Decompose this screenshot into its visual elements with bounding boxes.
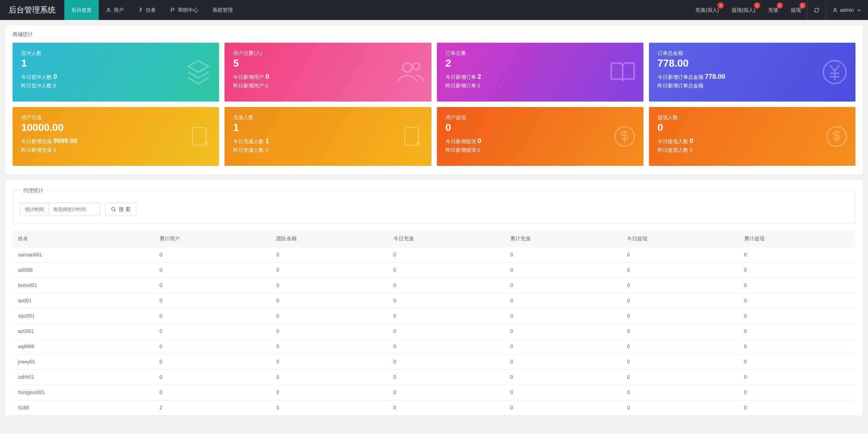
card-label: 用户提现 (446, 114, 635, 121)
table-cell: 2 (154, 400, 271, 416)
table-cell: 0 (388, 370, 505, 385)
nav-withdraw-fake[interactable]: 提现(假人) 2 (725, 0, 762, 20)
col-team-balance: 团队余额 (271, 231, 388, 247)
table-cell: az0001 (13, 324, 154, 339)
table-row: bohu001000000 (13, 278, 855, 293)
table-cell: 0 (505, 339, 622, 354)
nav-task[interactable]: 任务 (131, 0, 163, 20)
card-withdraw-people: 提现人数 0 今日提现人数0 昨日提现人数 0 (649, 107, 855, 166)
card-line-label: 昨日充值人数 (233, 147, 264, 153)
table-cell: 0 (271, 354, 388, 370)
table-cell: 0 (505, 293, 622, 309)
table-cell: 0 (739, 385, 855, 400)
search-button-label: 搜 索 (119, 206, 130, 213)
table-cell: 0 (271, 400, 388, 416)
search-button[interactable]: 搜 索 (105, 203, 136, 216)
table-cell: 0 (388, 278, 505, 293)
table-cell: 0 (739, 293, 855, 309)
card-line-today: 今日新增用户0 (233, 73, 422, 81)
table-cell: 0 (622, 400, 738, 416)
table-cell: 0 (505, 354, 622, 370)
table-cell: 0 (739, 324, 855, 339)
card-line-today: 今日充值人数1 (233, 137, 422, 145)
card-line-yesterday: 昨日新增充值 0 (21, 147, 210, 154)
nav-help[interactable]: 帮助中心 (163, 0, 205, 20)
table-cell: jneey01 (13, 354, 154, 370)
table-cell: 0 (154, 370, 271, 385)
table-cell: 0 (622, 263, 738, 278)
card-line-label: 今日新增订单 (446, 74, 476, 80)
layers-icon (185, 58, 212, 86)
filter-row: 统计时间 搜 索 (20, 203, 848, 216)
nav-withdraw[interactable]: 提现 0 (785, 0, 807, 20)
card-line-value: 9999.00 (53, 137, 77, 145)
chevron-down-icon (856, 7, 862, 13)
col-name: 姓名 (13, 231, 154, 247)
dollar-icon (613, 125, 636, 148)
card-user-withdraw: 用户提现 0 今日新增提现0 昨日新增提现 0 (437, 107, 643, 166)
users-icon (397, 58, 424, 86)
nav-admin-dropdown[interactable]: admin (826, 0, 868, 20)
book-icon (609, 58, 636, 86)
table-cell: 0 (388, 263, 505, 278)
svg-point-3 (402, 63, 411, 72)
stats-panel-title: 商城统计 (13, 31, 855, 38)
table-cell: 0 (388, 339, 505, 354)
nav-admin-label: admin (840, 7, 854, 13)
table-cell: 0 (622, 354, 738, 370)
card-line-today: 今日新增提现0 (446, 137, 635, 145)
nav-recharge[interactable]: 充值 2 (762, 0, 785, 20)
stats-time-input[interactable] (49, 203, 100, 216)
card-line-label: 今日新增订单总金额 (658, 74, 703, 80)
nav-home[interactable]: 后台首页 (64, 0, 99, 20)
table-cell: 0 (388, 324, 505, 339)
table-row: aq8888000000 (13, 339, 855, 354)
svg-point-2 (834, 8, 836, 10)
card-label: 充值人数 (233, 114, 422, 121)
table-cell: 0 (154, 247, 271, 263)
card-user-recharge: 用户充值 10000.00 今日新增充值9999.00 昨日新增充值 0 (13, 107, 219, 166)
table-cell: 0 (271, 293, 388, 309)
table-cell: 0 (739, 339, 855, 354)
table-cell: 0 (505, 385, 622, 400)
table-cell: 0 (154, 339, 271, 354)
table-row: hongyun001000000 (13, 385, 855, 400)
card-label: 订单总金额 (658, 50, 847, 57)
nav-recharge-fake[interactable]: 充值(假人) 3 (689, 0, 725, 20)
note-edit-icon (188, 125, 212, 148)
table-cell: 0 (505, 247, 622, 263)
nav-help-label: 帮助中心 (178, 7, 198, 14)
svg-point-1 (140, 8, 141, 9)
nav-user[interactable]: 用户 (99, 0, 131, 20)
table-row: adi588000000 (13, 263, 855, 278)
card-line-yesterday: 昨日提现人数 0 (658, 147, 847, 154)
nav-refresh[interactable] (808, 0, 826, 20)
card-line-label: 今日新增提现 (446, 138, 476, 144)
table-cell: 0 (388, 293, 505, 309)
table-cell: adi588 (13, 263, 154, 278)
table-cell: 0 (739, 370, 855, 385)
top-nav-right: 充值(假人) 3 提现(假人) 2 充值 2 提现 0 admin (689, 0, 868, 20)
card-value: 778.00 (658, 58, 847, 69)
agent-panel: 代理统计 统计时间 搜 索 姓名 累计用户 团队余额 今日充值 累计充值 今日提… (5, 180, 863, 416)
card-line-today: 今日新增充值9999.00 (21, 137, 210, 145)
card-line-label: 今日提现人数 (658, 138, 688, 144)
table-cell: 0 (271, 370, 388, 385)
table-cell: aq8888 (13, 339, 154, 354)
card-label: 首冲人数 (21, 50, 210, 57)
svg-point-0 (108, 8, 110, 10)
table-cell: 0 (154, 385, 271, 400)
stats-panel: 商城统计 首冲人数 1 今日首冲人数0 昨日首冲人数 0 用户总量(人) 5 今… (5, 25, 863, 174)
card-line-value: 1 (265, 137, 269, 145)
col-total-user: 累计用户 (154, 231, 271, 247)
table-cell: 0 (622, 309, 738, 324)
table-cell: 0 (271, 324, 388, 339)
card-order-amount: 订单总金额 778.00 今日新增订单总金额778.00 昨日新增订单总金额 (649, 43, 855, 102)
card-first-recharge: 首冲人数 1 今日首冲人数0 昨日首冲人数 0 (13, 43, 219, 102)
table-cell: zdhh01 (13, 370, 154, 385)
table-cell: 0 (739, 263, 855, 278)
card-label: 用户总量(人) (233, 50, 422, 57)
table-row: tt188200000 (13, 400, 855, 416)
card-user-total: 用户总量(人) 5 今日新增用户0 昨日新增用户 0 (225, 43, 431, 102)
nav-system[interactable]: 系统管理 (205, 0, 240, 20)
